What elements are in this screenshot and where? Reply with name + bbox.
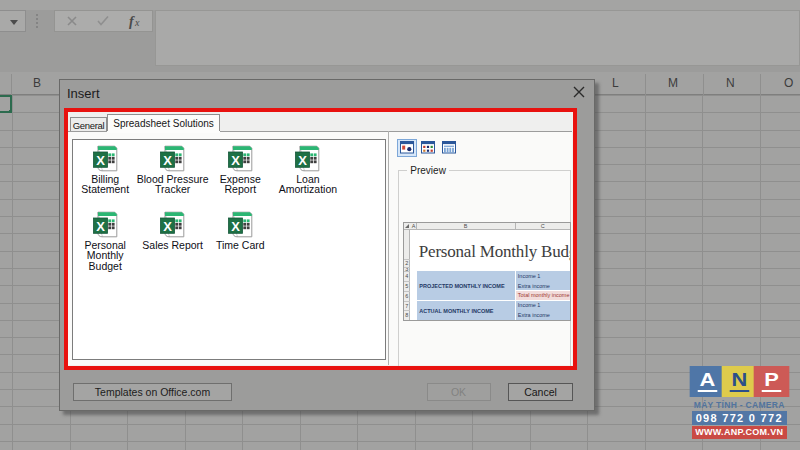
svg-text:x: x (134, 17, 140, 28)
